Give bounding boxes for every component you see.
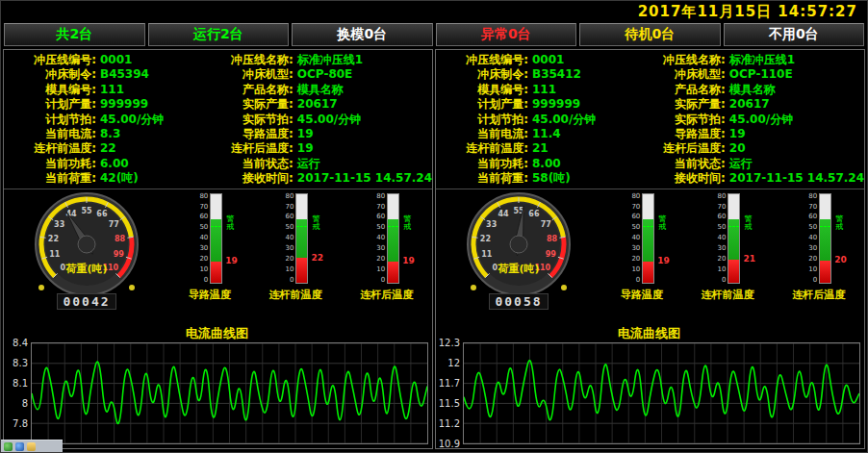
info-row: 当前功耗:8.00 bbox=[436, 157, 633, 171]
info-label: 当前功耗: bbox=[4, 157, 96, 171]
warning-threshold-line bbox=[296, 226, 307, 227]
info-row: 冲压线名称:标准冲压线1 bbox=[633, 53, 864, 67]
thermometer-label: 连杆后温度 bbox=[792, 288, 845, 302]
gauge-tick-label: 77 bbox=[541, 220, 551, 229]
info-value: 19 bbox=[294, 127, 314, 141]
thermometer-value: 20 bbox=[834, 256, 847, 264]
folder-icon[interactable] bbox=[27, 442, 36, 451]
info-value: 模具名称 bbox=[726, 83, 776, 97]
titlebar: 2017年11月15日 14:57:27 bbox=[1, 1, 867, 22]
info-row: 计划产量:999999 bbox=[436, 97, 633, 112]
info-value: OCP-110E bbox=[726, 67, 793, 82]
taskbar-fragment[interactable] bbox=[1, 440, 63, 452]
warning-threshold-line bbox=[211, 226, 221, 227]
info-grid: 冲压线编号:0001冲床制令:B35412模具编号:111计划产量:999999… bbox=[436, 50, 864, 189]
status-standby-button[interactable]: 待机0台 bbox=[579, 23, 721, 46]
thermometer-tube bbox=[387, 193, 399, 284]
warning-label: 警戒 bbox=[658, 215, 666, 231]
gauge-tick-label: 88 bbox=[547, 235, 558, 243]
gauge-hub bbox=[78, 236, 95, 253]
gauge-tick-label: 77 bbox=[109, 220, 119, 229]
thermometer-scale: 80706050403020100 bbox=[196, 193, 210, 284]
info-row: 冲床机型:OCP-110E bbox=[633, 67, 864, 82]
thermometer-tube bbox=[295, 193, 308, 284]
status-total-button[interactable]: 共2台 bbox=[4, 23, 145, 46]
info-value: 8.3 bbox=[96, 127, 120, 141]
machine-panel-1: 冲压线编号:0001冲床制令:B45394模具编号:111计划产量:999999… bbox=[3, 49, 433, 449]
info-value: 111 bbox=[96, 83, 124, 97]
info-label: 实际节拍: bbox=[633, 113, 726, 127]
info-label: 计划节拍: bbox=[4, 113, 96, 127]
thermometer-value: 19 bbox=[225, 257, 238, 265]
info-value: 运行 bbox=[726, 157, 753, 171]
info-label: 连杆前温度: bbox=[436, 141, 528, 156]
info-row: 冲压线编号:0001 bbox=[436, 53, 633, 67]
info-label: 冲床机型: bbox=[633, 67, 726, 82]
info-label: 导路温度: bbox=[633, 127, 726, 141]
info-label: 当前状态: bbox=[201, 157, 294, 171]
gauge-tick-label: 99 bbox=[114, 250, 125, 259]
status-running-button[interactable]: 运行2台 bbox=[148, 23, 290, 46]
meters-row: 0112233445566778899110荷重(吨) 00058 807060… bbox=[436, 189, 864, 318]
info-row: 当前状态:运行 bbox=[633, 157, 864, 171]
browser-icon[interactable] bbox=[15, 442, 24, 451]
thermometer-label: 导路温度 bbox=[621, 288, 663, 302]
gauge-tick-label: 99 bbox=[546, 250, 557, 259]
y-tick-label: 10.9 bbox=[439, 440, 460, 448]
thermometer-value: 21 bbox=[743, 255, 755, 264]
status-abnormal-button[interactable]: 异常0台 bbox=[436, 23, 577, 46]
info-value: 19 bbox=[294, 141, 314, 156]
status-unused-button[interactable]: 不用0台 bbox=[724, 23, 865, 46]
thermometer-tube bbox=[642, 193, 654, 284]
info-label: 当前状态: bbox=[633, 157, 726, 171]
info-row: 实际产量:20617 bbox=[201, 97, 432, 112]
info-label: 冲床制令: bbox=[4, 67, 96, 82]
gauge-tick-label: 33 bbox=[486, 220, 497, 229]
warning-label: 警戒 bbox=[312, 215, 319, 231]
info-column-right: 冲压线名称:标准冲压线1冲床机型:OCP-110E产品名称:模具名称实际产量:2… bbox=[633, 53, 864, 187]
scada-screen: 2017年11月15日 14:57:27 共2台 运行2台 换模0台 异常0台 … bbox=[0, 0, 868, 453]
info-label: 当前电流: bbox=[436, 127, 528, 141]
info-row: 模具编号:111 bbox=[436, 83, 633, 97]
thermometer: 80706050403020100警戒19导路温度 bbox=[189, 193, 231, 302]
thermometer-group: 80706050403020100警戒19导路温度807060504030201… bbox=[169, 189, 432, 302]
chart-area: 8.48.38.187.87.7 bbox=[6, 342, 428, 444]
gauge-tick-label: 66 bbox=[96, 210, 108, 218]
gauge-tick-label: 11 bbox=[481, 250, 493, 259]
load-readout: 00042 bbox=[57, 293, 115, 310]
info-value: 运行 bbox=[294, 157, 320, 171]
gauge-tick-label: 44 bbox=[498, 210, 510, 218]
start-icon[interactable] bbox=[4, 442, 13, 451]
info-row: 连杆前温度:21 bbox=[436, 141, 633, 156]
thermometer-value: 19 bbox=[657, 257, 670, 265]
info-value: 20617 bbox=[726, 97, 770, 112]
load-readout: 00058 bbox=[489, 293, 548, 310]
thermometer: 80706050403020100警戒21连杆前温度 bbox=[701, 193, 753, 302]
indicator-dot bbox=[129, 285, 135, 290]
info-row: 计划节拍:45.00/分钟 bbox=[4, 113, 201, 127]
y-tick-label: 11.5 bbox=[439, 399, 460, 408]
gauge-tick-label: 55 bbox=[81, 206, 92, 214]
info-value: 20617 bbox=[294, 97, 338, 112]
current-line-chart bbox=[31, 342, 428, 444]
info-row: 实际节拍:45.00/分钟 bbox=[201, 113, 432, 127]
info-value: 0001 bbox=[96, 53, 132, 67]
chart-title: 电流曲线图 bbox=[6, 325, 428, 342]
current-chart-block: 电流曲线图 12.31211.711.511.210.9 bbox=[436, 318, 864, 448]
info-value: OCP-80E bbox=[294, 67, 352, 82]
info-label: 模具编号: bbox=[436, 83, 528, 97]
info-row: 计划节拍:45.00/分钟 bbox=[436, 113, 633, 127]
machine-panel-2: 冲压线编号:0001冲床制令:B35412模具编号:111计划产量:999999… bbox=[435, 49, 865, 449]
info-label: 冲压线名称: bbox=[201, 53, 294, 67]
info-value: 6.00 bbox=[96, 157, 129, 171]
info-value: 999999 bbox=[528, 97, 580, 112]
gauge-tick-label: 22 bbox=[48, 235, 59, 243]
gauge-tick-label: 66 bbox=[528, 210, 540, 218]
info-row: 导路温度:19 bbox=[201, 127, 432, 141]
info-row: 实际节拍:45.00/分钟 bbox=[633, 113, 864, 127]
meters-row: 0112233445566778899110荷重(吨) 00042 807060… bbox=[4, 189, 432, 318]
warning-threshold-line bbox=[728, 226, 739, 227]
info-label: 计划产量: bbox=[436, 97, 528, 112]
info-label: 当前电流: bbox=[4, 127, 96, 141]
status-moldchange-button[interactable]: 换模0台 bbox=[292, 23, 433, 46]
